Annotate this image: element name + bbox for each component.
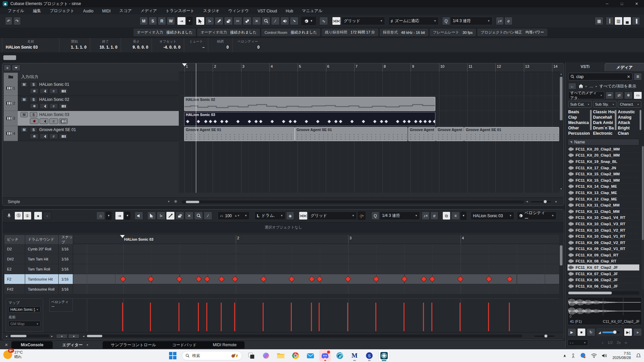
previewer-waveform[interactable]: 0 41 (F1) C11_Kit_07_Clap2_JF xyxy=(568,297,642,325)
editor-range-tool[interactable]: I▪ xyxy=(157,212,165,220)
editor-quantize-select[interactable]: 1/4 3 連符▼ xyxy=(380,212,420,220)
menu-Hub[interactable]: Hub xyxy=(281,8,298,14)
velocity-bar[interactable] xyxy=(460,303,461,331)
edge-app-icon[interactable] xyxy=(334,350,345,361)
pin-editor-button[interactable] xyxy=(5,212,13,220)
category-item-Dark Ambi[interactable]: Dark Ambi xyxy=(593,120,616,125)
editor-line-tool[interactable]: ∕ xyxy=(204,212,212,220)
category-item-Bright[interactable]: Bright xyxy=(618,125,641,131)
object-select-tool[interactable] xyxy=(196,17,205,25)
drum-snap-cell[interactable]: 1/16 xyxy=(59,274,73,284)
velocity-bar[interactable] xyxy=(404,303,405,331)
play-tool[interactable] xyxy=(280,17,289,25)
media-file-row[interactable]: FC11_Kit_06_Clap2_JF xyxy=(568,277,639,283)
velocity-bar[interactable] xyxy=(509,303,510,331)
mute-tool[interactable]: ✕ xyxy=(252,17,261,25)
preview-key-select[interactable]: - -▼ xyxy=(568,339,588,346)
taskbar-search-box[interactable]: 検索 xyxy=(182,351,242,360)
file-list-scroll-thumb[interactable] xyxy=(642,146,644,240)
info-オフセット[interactable]: オフセット-4. 0. 0. 0 xyxy=(152,38,184,52)
velocity-lane[interactable] xyxy=(73,298,559,333)
drum-row-D2[interactable]: D2Cymb 20" Roll1/16 xyxy=(4,244,73,254)
midi-part-halion-sonic-03[interactable]: HALion Sonic 03 xyxy=(184,112,435,126)
draw-tool[interactable] xyxy=(215,17,223,25)
track-instrument-button[interactable] xyxy=(59,133,68,139)
drum-note-diamond[interactable] xyxy=(373,276,379,282)
track-solo-button[interactable]: S xyxy=(30,127,37,132)
drum-row-E2[interactable]: E2Tam Tam Roll1/16 xyxy=(4,264,73,274)
track-body[interactable]: MSHALion Sonic 03e xyxy=(18,111,179,126)
info-移調[interactable]: 移調0 xyxy=(208,38,232,52)
media-file-row[interactable]: FC11_Kit_14_Clap_ME xyxy=(568,184,639,190)
track-body[interactable]: MSHALion Sonic 01e xyxy=(18,81,179,96)
midi-part-groove-agent[interactable]: Groove Agent SE 01 xyxy=(436,127,464,141)
snap-type-select[interactable]: グリッド▼ xyxy=(341,17,385,25)
track-record-enable-button[interactable] xyxy=(30,88,39,94)
media-file-row[interactable]: FC11_Kit_15_Clap1_MM xyxy=(568,177,639,184)
copilot-app-icon[interactable] xyxy=(260,350,272,361)
toggle-info-line-button[interactable]: ▥ xyxy=(614,17,623,25)
grid-relative-snap-button[interactable]: -|+ xyxy=(358,212,366,220)
drum-note-diamond[interactable] xyxy=(316,276,322,282)
zoom-in-button[interactable]: ＋ xyxy=(554,199,558,204)
global-m-button[interactable]: M xyxy=(140,17,148,25)
close-button[interactable]: ✕ xyxy=(629,0,644,7)
drum-sound-cell[interactable]: Tambourine Hit xyxy=(25,274,59,284)
editor-zoom-slider[interactable] xyxy=(534,336,554,337)
category-item-Electronic[interactable]: Electronic xyxy=(593,131,616,136)
velocity-bar[interactable] xyxy=(488,303,489,331)
drum-note-diamond[interactable] xyxy=(120,276,126,282)
arrange-grid[interactable]: HALion Sonic 02HALion Sonic 03Groove Age… xyxy=(179,72,560,193)
info-終了[interactable]: 終了10. 1. 1. 0 xyxy=(90,38,121,52)
close-lower-zone-button[interactable]: ✕ xyxy=(5,343,8,347)
taskbar-clock[interactable]: 7:51 2025/08/28 xyxy=(612,351,631,360)
category-item-Percussion[interactable]: Percussion xyxy=(568,131,592,136)
cubase-taskbar-icon[interactable] xyxy=(378,350,390,361)
category-item-Clap[interactable]: Clap xyxy=(568,115,592,120)
media-file-row[interactable]: FC11_Kit_07_Clap1_JF xyxy=(568,271,639,277)
velocity-bar[interactable] xyxy=(375,303,376,331)
category-scrollbar[interactable] xyxy=(640,110,641,130)
wifi-icon[interactable] xyxy=(591,353,597,358)
task-view-button[interactable] xyxy=(246,350,257,361)
media-file-row[interactable]: FC11_Kit_07_Clap2_JF xyxy=(568,264,639,271)
attribute-filter-Sub Cat.[interactable]: Sub Cat.▼ xyxy=(568,101,592,108)
acoustic-feedback-button[interactable]: ① xyxy=(23,212,32,220)
track-edit-channel-button[interactable]: e xyxy=(49,88,58,94)
insert-velocity-select[interactable]: ♪↓ 100 ▲▼▼ xyxy=(218,212,250,220)
search-input-value[interactable]: clap xyxy=(576,74,625,79)
arrange-horizontal-scrollbar[interactable] xyxy=(182,200,524,203)
mail-app-icon[interactable] xyxy=(305,350,316,361)
undo-button[interactable]: ↶ xyxy=(5,17,12,25)
track-instrument-button[interactable] xyxy=(59,88,68,94)
shuffle-results-button[interactable]: ⇄ xyxy=(615,92,623,99)
scroll-down-arrow[interactable]: ▼ xyxy=(559,188,563,190)
info-長さ[interactable]: 長さ9. 0. 0. 0 xyxy=(121,38,152,52)
arrange-hscroll-thumb[interactable] xyxy=(186,201,199,203)
drum-grid-lane-F2[interactable] xyxy=(73,274,559,284)
media-file-row[interactable]: FC11_Kit_19_Snap_BL xyxy=(568,159,639,165)
media-file-row[interactable]: FC11_Kit_08_Clap_RT xyxy=(568,258,639,265)
drum-note-diamond[interactable] xyxy=(148,276,154,282)
info-ミュート[interactable]: ミュート– xyxy=(184,38,208,52)
media-file-row[interactable]: FC11_Kit_11_Clap2_MM xyxy=(568,202,639,208)
use-track-preset-button[interactable]: ⏷ xyxy=(12,64,20,71)
track-mute-button[interactable]: M xyxy=(20,82,28,87)
drum-sound-cell[interactable]: Cymb 20" Roll xyxy=(25,244,59,254)
tab-chord-pads[interactable]: コードパッド xyxy=(164,342,205,348)
info-開始[interactable]: 開始1. 1. 1. 0 xyxy=(59,38,90,52)
zoom-knob[interactable] xyxy=(544,200,547,203)
drum-note-diamond[interactable] xyxy=(176,276,182,282)
menu-MIDI[interactable]: MIDI xyxy=(98,8,115,14)
velocity-bar[interactable] xyxy=(423,303,424,331)
drum-sound-cell[interactable]: Tam Tam Hit xyxy=(25,254,59,264)
category-item-Beats[interactable]: Beats xyxy=(568,109,592,115)
velocity-bar[interactable] xyxy=(319,303,320,331)
attribute-filter-Sub Sty.[interactable]: Sub Sty.▼ xyxy=(593,101,616,108)
editor-autoscroll-button[interactable]: ⇥ xyxy=(115,212,124,220)
drum-snap-cell[interactable]: 1/16 xyxy=(59,264,73,274)
grid-type-select[interactable]: ♯ ズームに適応▼ xyxy=(388,17,439,25)
drum-list-hscroll[interactable] xyxy=(9,335,49,338)
midi-part-groove-agent[interactable]: Groove Agent SE 01 xyxy=(184,127,295,141)
toggle-left-zone-button[interactable]: ▕▏ xyxy=(606,17,614,25)
